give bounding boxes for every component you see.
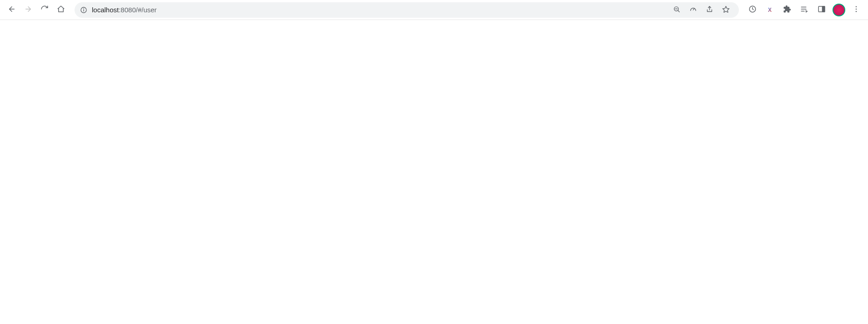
- home-icon: [57, 5, 65, 15]
- svg-rect-15: [823, 6, 825, 12]
- svg-point-16: [856, 6, 857, 7]
- back-arrow-icon: [8, 5, 16, 15]
- svg-line-6: [677, 10, 679, 11]
- browser-toolbar: localhost:8080/#/user: [0, 0, 868, 20]
- svg-point-18: [856, 11, 857, 12]
- site-info-icon[interactable]: [80, 6, 87, 14]
- puzzle-icon: [783, 5, 791, 15]
- reading-list-button[interactable]: [798, 4, 811, 16]
- share-button[interactable]: [703, 4, 715, 16]
- dots-vertical-icon: [852, 5, 860, 15]
- side-panel-button[interactable]: [815, 4, 828, 16]
- url-display[interactable]: localhost:8080/#/user: [92, 6, 666, 14]
- forward-arrow-icon: [24, 5, 32, 15]
- extensions-button[interactable]: [781, 4, 793, 16]
- url-rest: :8080/#/user: [119, 6, 156, 14]
- svg-point-17: [856, 9, 857, 10]
- back-button[interactable]: [5, 4, 18, 16]
- performance-button[interactable]: [687, 4, 699, 16]
- side-panel-icon: [818, 5, 826, 15]
- star-icon: [722, 5, 730, 15]
- zoom-out-icon: [673, 5, 681, 15]
- svg-line-8: [693, 8, 694, 10]
- bookmark-button[interactable]: [720, 4, 732, 16]
- profile-avatar[interactable]: [833, 4, 845, 16]
- home-button[interactable]: [55, 4, 67, 16]
- address-actions: [671, 4, 733, 16]
- reload-icon: [40, 5, 49, 15]
- address-bar[interactable]: localhost:8080/#/user: [75, 2, 739, 18]
- share-icon: [706, 5, 713, 15]
- forward-button[interactable]: [22, 4, 35, 16]
- extension-x-button[interactable]: X: [763, 4, 776, 16]
- svg-marker-9: [722, 6, 729, 12]
- reading-list-icon: [800, 5, 808, 15]
- right-actions: X: [744, 4, 864, 16]
- nav-buttons: [4, 4, 69, 16]
- clock-icon: [748, 5, 757, 15]
- url-host: localhost: [92, 6, 119, 14]
- menu-button[interactable]: [850, 4, 863, 16]
- zoom-button[interactable]: [671, 4, 682, 16]
- page-content: [0, 20, 868, 324]
- history-button[interactable]: [746, 4, 759, 16]
- speedometer-icon: [689, 5, 697, 15]
- extension-x-icon: X: [768, 7, 772, 13]
- reload-button[interactable]: [38, 4, 51, 16]
- svg-point-4: [84, 9, 84, 9]
